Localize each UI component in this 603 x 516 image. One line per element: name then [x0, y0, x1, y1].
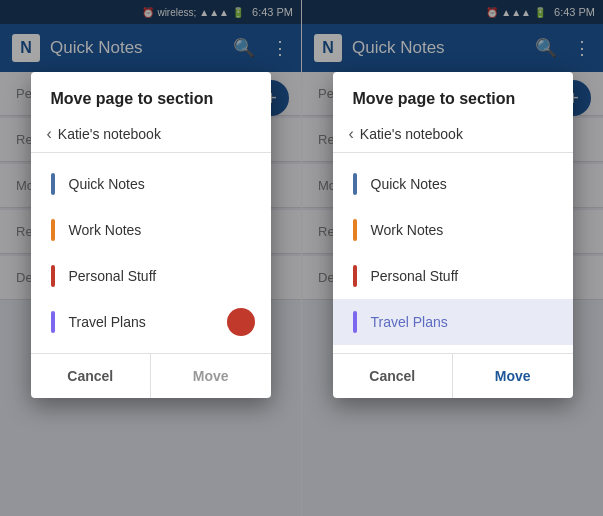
dialog-overlay-right: Move page to section ‹ Katie's notebook … — [302, 0, 603, 516]
back-row-left[interactable]: ‹ Katie's notebook — [31, 118, 271, 152]
cancel-button-left[interactable]: Cancel — [31, 354, 152, 398]
dialog-right: Move page to section ‹ Katie's notebook … — [333, 72, 573, 398]
section-label-travel-plans-right: Travel Plans — [371, 314, 448, 330]
color-bar-travel-plans-right — [353, 311, 357, 333]
dialog-divider-left — [31, 152, 271, 153]
color-bar-personal-stuff — [51, 265, 55, 287]
section-item-travel-plans-left[interactable]: Travel Plans — [31, 299, 271, 345]
dialog-footer-left: Cancel Move — [31, 353, 271, 398]
section-item-work-notes-right[interactable]: Work Notes — [333, 207, 573, 253]
dialog-title-right: Move page to section — [333, 72, 573, 118]
dialog-left: Move page to section ‹ Katie's notebook … — [31, 72, 271, 398]
color-bar-travel-plans — [51, 311, 55, 333]
color-bar-work-notes — [51, 219, 55, 241]
color-bar-quick-notes-right — [353, 173, 357, 195]
section-item-quick-notes-left[interactable]: Quick Notes — [31, 161, 271, 207]
section-item-personal-stuff-left[interactable]: Personal Stuff — [31, 253, 271, 299]
section-item-work-notes-left[interactable]: Work Notes — [31, 207, 271, 253]
dialog-divider-right — [333, 152, 573, 153]
section-item-travel-plans-right[interactable]: Travel Plans — [333, 299, 573, 345]
red-dot-left — [227, 308, 255, 336]
move-button-right[interactable]: Move — [453, 354, 573, 398]
color-bar-work-notes-right — [353, 219, 357, 241]
section-label-personal-stuff-right: Personal Stuff — [371, 268, 459, 284]
color-bar-quick-notes — [51, 173, 55, 195]
section-list-right: Quick Notes Work Notes Personal Stuff Tr… — [333, 157, 573, 353]
dialog-footer-right: Cancel Move — [333, 353, 573, 398]
cancel-button-right[interactable]: Cancel — [333, 354, 454, 398]
section-item-personal-stuff-right[interactable]: Personal Stuff — [333, 253, 573, 299]
back-chevron-right: ‹ — [349, 126, 354, 142]
back-label-right: Katie's notebook — [360, 126, 463, 142]
dialog-title-left: Move page to section — [31, 72, 271, 118]
section-label-quick-notes-right: Quick Notes — [371, 176, 447, 192]
dialog-overlay-left: Move page to section ‹ Katie's notebook … — [0, 0, 301, 516]
section-label-quick-notes: Quick Notes — [69, 176, 145, 192]
section-label-travel-plans: Travel Plans — [69, 314, 146, 330]
back-label-left: Katie's notebook — [58, 126, 161, 142]
section-label-personal-stuff: Personal Stuff — [69, 268, 157, 284]
section-label-work-notes: Work Notes — [69, 222, 142, 238]
move-button-left[interactable]: Move — [151, 354, 271, 398]
back-chevron-left: ‹ — [47, 126, 52, 142]
phone-panel-left: ⏰ wireless; ▲▲▲ 🔋 6:43 PM N Quick Notes … — [0, 0, 301, 516]
color-bar-personal-stuff-right — [353, 265, 357, 287]
phone-panel-right: ⏰ ▲▲▲ 🔋 6:43 PM N Quick Notes 🔍 ⋮ Per...… — [302, 0, 603, 516]
back-row-right[interactable]: ‹ Katie's notebook — [333, 118, 573, 152]
section-list-left: Quick Notes Work Notes Personal Stuff Tr… — [31, 157, 271, 353]
section-item-quick-notes-right[interactable]: Quick Notes — [333, 161, 573, 207]
section-label-work-notes-right: Work Notes — [371, 222, 444, 238]
